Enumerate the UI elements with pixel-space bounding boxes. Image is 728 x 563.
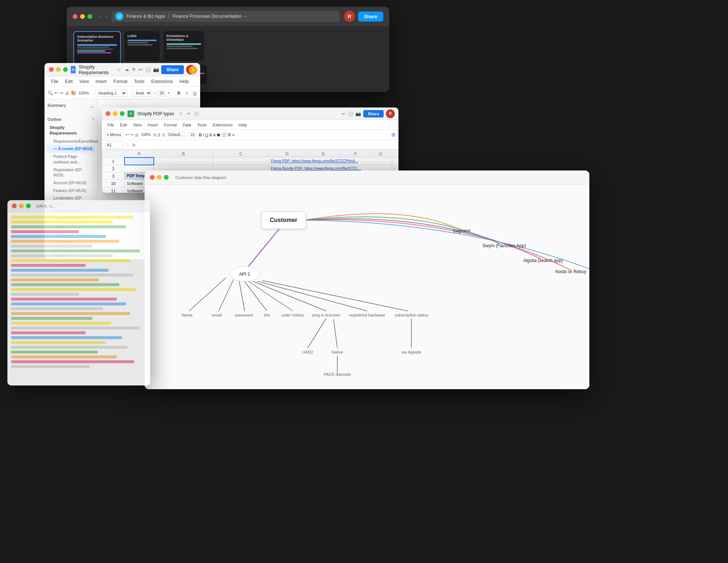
sheets-text-color[interactable]: A (213, 133, 216, 137)
sheets-underline[interactable]: U (205, 133, 208, 137)
redo-icon[interactable]: ↪ (60, 89, 63, 97)
sheets-menu-format[interactable]: Format (161, 122, 179, 128)
sheets-menu-help[interactable]: Help (236, 122, 249, 128)
sheets-border-icon[interactable]: ⬜ (221, 132, 226, 137)
sheets-menu-tools[interactable]: Tools (195, 122, 209, 128)
sheets-menus-btn[interactable]: ≡ Menus (105, 132, 123, 138)
history-icon[interactable]: ↩ (139, 67, 143, 72)
code-maximize[interactable] (26, 203, 31, 208)
figma-card-subscription[interactable]: Subscription Business Scenarios (73, 31, 121, 64)
camera-icon[interactable]: 📷 (153, 67, 159, 72)
outline-product-page[interactable]: Product Page (software and... (47, 153, 95, 166)
minimize-button[interactable] (80, 14, 85, 19)
cell-reference-input[interactable] (105, 142, 123, 148)
menu-tools[interactable]: Tools (131, 77, 148, 86)
menu-insert[interactable]: Insert (93, 77, 110, 86)
docs-share-button[interactable]: Share (161, 65, 184, 74)
font-size-decrease[interactable]: − (153, 89, 156, 97)
sheets-strikethrough[interactable]: S (209, 133, 212, 137)
zoom-icon[interactable]: 🔍 (47, 89, 53, 97)
menu-help[interactable]: Help (177, 77, 192, 86)
back-icon[interactable]: ‹ (100, 14, 101, 19)
code-close[interactable] (12, 203, 17, 208)
maximize-button[interactable] (87, 14, 92, 19)
outline-finance[interactable]: Finance (EP-6615) (47, 187, 95, 195)
cell-figma-link1[interactable]: Figma PDP: https://www.figma.com/file/S7… (268, 158, 392, 165)
sheets-menu-view[interactable]: View (130, 122, 145, 128)
sheets-close[interactable] (106, 111, 110, 116)
undo-icon[interactable]: ↩ (54, 89, 58, 97)
sheets-share-button[interactable]: Share (363, 110, 384, 117)
figma-card-promotions[interactable]: Promotions & Giveaways (163, 31, 204, 61)
cell-h1[interactable] (392, 158, 398, 165)
sheets-menu-file[interactable]: File (105, 122, 117, 128)
code-minimize[interactable] (19, 203, 24, 208)
sheets-merge-icon[interactable]: ⊞ (228, 132, 231, 137)
menu-file[interactable]: File (48, 77, 61, 86)
font-family-select[interactable]: Arial (132, 89, 152, 97)
sheets-decimal-icon[interactable]: .0 (161, 133, 165, 137)
menu-edit[interactable]: Edit (62, 77, 76, 86)
menu-extensions[interactable]: Extensions (148, 77, 176, 86)
sheets-tool-1[interactable]: ↩ (342, 111, 345, 116)
docs-close[interactable] (49, 67, 54, 72)
docs-minimize[interactable] (56, 67, 61, 72)
sheets-history-icon[interactable]: ↩ (187, 111, 191, 116)
outline-ecomm[interactable]: — E-comm (EP-6614) (47, 145, 95, 153)
cell-a1[interactable] (125, 158, 154, 165)
forward-icon[interactable]: › (106, 14, 107, 19)
print-toolbar-icon[interactable]: 🖨 (65, 89, 69, 97)
sheets-fontsize[interactable]: 10 (188, 132, 196, 138)
outline-requirements-epics[interactable]: Requirements/Epics/Meetings... (47, 138, 95, 145)
font-size-increase[interactable]: + (167, 89, 170, 97)
sheets-camera-icon[interactable]: ⬜ (193, 111, 199, 116)
heading-style-select[interactable]: Heading 1 Normal text (95, 89, 127, 97)
docs-settings-icon[interactable]: ⚙ (132, 67, 136, 72)
sheets-star-icon[interactable]: ☆ (179, 111, 183, 116)
sheets-menu-data[interactable]: Data (180, 122, 194, 128)
sheets-align-icon[interactable]: ≡ (232, 133, 234, 137)
sheets-minimize[interactable] (113, 111, 118, 116)
sheets-format-icon[interactable]: $ (158, 133, 160, 137)
sheets-tool-3[interactable]: 📷 (355, 111, 361, 116)
sheets-print[interactable]: 🖨 (135, 133, 139, 137)
docs-maximize[interactable] (63, 67, 68, 72)
sheets-redo[interactable]: ↪ (130, 132, 133, 137)
underline-button[interactable]: U (191, 90, 198, 96)
diagram-close[interactable] (150, 175, 155, 180)
italic-button[interactable]: I (184, 90, 189, 96)
outline-registration[interactable]: Registration (EP-6618) (47, 166, 95, 179)
sheets-maximize[interactable] (120, 111, 125, 116)
diagram-maximize[interactable] (164, 175, 169, 180)
sheets-bg-color[interactable]: ◼ (217, 132, 220, 137)
close-button[interactable] (73, 14, 77, 19)
outline-shopify-requirements[interactable]: Shopify Requirements (47, 124, 95, 138)
outline-account[interactable]: Account (EP-6619) (47, 179, 95, 187)
sheets-expand-icon[interactable]: ⊞ (391, 132, 396, 138)
sheets-menu-edit[interactable]: Edit (118, 122, 130, 128)
sheets-italic[interactable]: I (203, 133, 204, 137)
sheets-default-btn[interactable]: Default... (166, 132, 186, 138)
cell-c1[interactable] (213, 158, 269, 165)
cell-b1[interactable] (154, 158, 213, 165)
star-icon[interactable]: ☆ (117, 67, 121, 72)
menu-format[interactable]: Format (110, 77, 130, 86)
sheets-menu-insert[interactable]: Insert (145, 122, 161, 128)
strikethrough-button[interactable]: A̶ (200, 89, 200, 96)
formula-input[interactable] (140, 143, 396, 147)
sheets-bold[interactable]: B (199, 133, 202, 137)
figma-card-luna[interactable]: LUNA (125, 31, 160, 61)
share-button[interactable]: Share (358, 11, 383, 21)
print-icon[interactable]: ⬜ (145, 67, 151, 72)
menu-view[interactable]: View (76, 77, 92, 86)
back-arrow-icon[interactable]: ← (90, 104, 95, 110)
sheets-menu-extensions[interactable]: Extensions (210, 122, 235, 128)
sheets-undo[interactable]: ↩ (126, 132, 129, 137)
diagram-traffic-lights (150, 175, 169, 180)
add-outline-button[interactable]: + (92, 116, 95, 122)
diagram-minimize[interactable] (157, 175, 162, 180)
paint-icon[interactable]: 🎨 (71, 89, 76, 97)
bold-button[interactable]: B (175, 90, 182, 96)
dropdown-icon[interactable]: ▾ (245, 14, 246, 19)
sheets-tool-2[interactable]: ⬜ (348, 111, 353, 116)
